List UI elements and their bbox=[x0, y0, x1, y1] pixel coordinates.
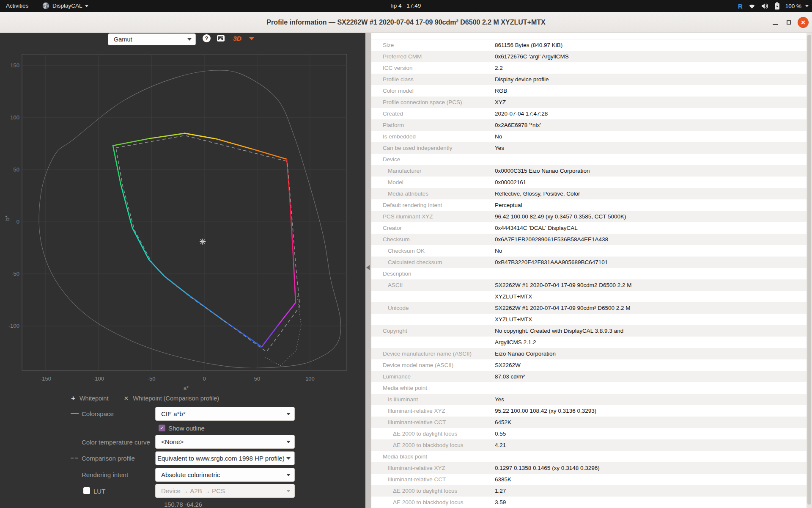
row-value: 0xB47B3220F42F831AAA905689BC647101 bbox=[495, 257, 608, 268]
row-value: 4.21 bbox=[495, 439, 506, 451]
window-title-bar[interactable]: Profile information — SX2262W #1 2020-07… bbox=[0, 12, 812, 33]
table-row[interactable]: ASCIISX2262W #1 2020-07-04 17-09 90cdm2 … bbox=[371, 279, 807, 291]
table-row[interactable]: Preferred CMM0x6172676C 'argl' ArgyllCMS bbox=[371, 51, 807, 62]
activities-button[interactable]: Activities bbox=[6, 0, 28, 12]
table-row[interactable]: Media white point bbox=[371, 382, 807, 394]
table-row[interactable]: Calculated checksum0xB47B3220F42F831AAA9… bbox=[371, 257, 807, 268]
table-row[interactable]: Created2020-07-04 17:47:28 bbox=[371, 108, 807, 119]
row-label: Creator bbox=[383, 222, 402, 234]
row-value: 95.22 100.00 108.42 (xy 0.3136 0.3293) bbox=[495, 405, 596, 417]
table-row[interactable]: UnicodeSX2262W #1 2020-07-04 17-09 90cdm… bbox=[371, 302, 807, 314]
table-row[interactable]: Can be used independentlyYes bbox=[371, 142, 807, 154]
x-tick-label: 100 bbox=[305, 375, 315, 382]
row-value: SX2262W #1 2020-07-04 17-09 90cdm² D6500… bbox=[495, 302, 630, 314]
scrollbar-thumb[interactable] bbox=[807, 35, 811, 505]
clock-button[interactable]: lip 4 17:49 bbox=[391, 0, 421, 12]
x-tick-label: -100 bbox=[93, 375, 104, 382]
x-axis-label: a* bbox=[184, 385, 189, 391]
show-outline-label[interactable]: Show outline bbox=[168, 425, 205, 432]
colorspace-select[interactable]: CIE a*b* bbox=[155, 407, 295, 421]
table-row[interactable]: Creator0x4443414C 'DCAL' DisplayCAL bbox=[371, 222, 807, 234]
system-tray[interactable]: R 100 % bbox=[738, 0, 809, 12]
color-temperature-curve-select[interactable]: <None> bbox=[155, 435, 295, 449]
chevron-down-icon bbox=[286, 441, 291, 443]
table-row[interactable]: Checksum OKNo bbox=[371, 245, 807, 257]
colorspace-value: CIE a*b* bbox=[161, 407, 186, 420]
table-row[interactable]: Is illuminantYes bbox=[371, 394, 807, 405]
table-row[interactable]: PCS illuminant XYZ96.42 100.00 82.49 (xy… bbox=[371, 211, 807, 222]
table-row[interactable]: Illuminant-relative CCT6385K bbox=[371, 474, 807, 485]
row-label: Device manufacturer name (ASCII) bbox=[383, 348, 472, 359]
table-row[interactable]: ΔE 2000 to daylight locus1.27 bbox=[371, 485, 807, 497]
table-row[interactable]: Color modelRGB bbox=[371, 85, 807, 97]
table-row[interactable]: Default rendering intentPerceptual bbox=[371, 199, 807, 211]
row-label: Illuminant-relative CCT bbox=[388, 417, 446, 428]
row-label: Preferred CMM bbox=[383, 51, 422, 62]
tray-chevron-down-icon bbox=[805, 5, 809, 7]
window-title: Profile information — SX2262W #1 2020-07… bbox=[0, 12, 812, 33]
table-row[interactable]: Profile classDisplay device profile bbox=[371, 74, 807, 85]
chevron-down-icon bbox=[286, 474, 291, 476]
splitter-collapse-arrow-icon[interactable] bbox=[366, 265, 370, 270]
panel-splitter[interactable] bbox=[365, 33, 371, 508]
table-row[interactable]: ICC version2.2 bbox=[371, 62, 807, 74]
row-label: Media black point bbox=[383, 451, 427, 462]
table-row[interactable]: Media attributesReflective, Glossy, Posi… bbox=[371, 188, 807, 199]
r-indicator-icon[interactable]: R bbox=[738, 3, 743, 10]
table-row[interactable]: CopyrightNo copyright. Created with Disp… bbox=[371, 325, 807, 337]
table-row[interactable]: ΔE 2000 to daylight locus0.55 bbox=[371, 428, 807, 439]
table-row[interactable]: Platform0x2A6E6978 '*nix' bbox=[371, 119, 807, 131]
row-label: Unicode bbox=[388, 302, 409, 314]
rendering-intent-select[interactable]: Absolute colorimetric bbox=[155, 468, 295, 482]
table-row[interactable]: Illuminant-relative XYZ0.1297 0.1358 0.1… bbox=[371, 462, 807, 474]
comparison-profile-select[interactable]: Equivalent to www.srgb.com 1998 HP profi… bbox=[155, 451, 295, 465]
row-value: 861156 Bytes (840.97 KiB) bbox=[495, 39, 562, 51]
table-row[interactable]: ArgyllCMS 2.1.2 bbox=[371, 337, 807, 348]
row-label: Media white point bbox=[383, 382, 427, 394]
table-row[interactable]: Illuminant-relative XYZ95.22 100.00 108.… bbox=[371, 405, 807, 417]
table-row[interactable]: Device model name (ASCII)SX2262W bbox=[371, 359, 807, 371]
minimize-button[interactable] bbox=[770, 17, 781, 28]
table-row[interactable]: Illuminant-relative CCT6452K bbox=[371, 417, 807, 428]
y-tick-label: 150 bbox=[10, 62, 19, 69]
row-label: Luminance bbox=[383, 371, 411, 382]
show-outline-checkbox[interactable]: ✓ bbox=[159, 425, 165, 431]
row-value: 6385K bbox=[495, 474, 511, 485]
row-label: ΔE 2000 to daylight locus bbox=[393, 428, 457, 439]
whitepoint-marker-icon: + bbox=[71, 394, 75, 403]
table-row[interactable]: ΔE 2000 to blackbody locus3.59 bbox=[371, 497, 807, 508]
gamut-plot[interactable]: -150-100-50050100150100500-50-100a*b* bbox=[0, 33, 365, 393]
row-value: 0x2A6E6978 '*nix' bbox=[495, 119, 541, 131]
whitepoint-legend-label: Whitepoint bbox=[80, 395, 109, 402]
close-button[interactable]: ✕ bbox=[798, 17, 809, 28]
table-row[interactable]: Luminance87.03 cd/m² bbox=[371, 371, 807, 382]
comparison-profile-label: Comparison profile bbox=[82, 455, 135, 462]
comparison-whitepoint-legend-label: Whitepoint (Comparison profile) bbox=[133, 395, 219, 402]
lut-checkbox[interactable] bbox=[83, 487, 90, 494]
table-row[interactable]: Size861156 Bytes (840.97 KiB) bbox=[371, 39, 807, 51]
row-label: Profile connection space (PCS) bbox=[383, 97, 462, 108]
table-row[interactable]: Description bbox=[371, 268, 807, 279]
row-value: 2.2 bbox=[495, 62, 503, 74]
table-row[interactable]: ΔE 2000 to blackbody locus4.21 bbox=[371, 439, 807, 451]
row-value: SX2262W #1 2020-07-04 17-09 90cdm2 D6500… bbox=[495, 279, 631, 291]
app-menu-button[interactable]: DisplayCAL bbox=[52, 0, 88, 12]
vertical-scrollbar[interactable] bbox=[807, 33, 812, 508]
table-row[interactable]: Checksum0x6A7F1EB209289061F536B58A4EE1A4… bbox=[371, 234, 807, 245]
maximize-button[interactable] bbox=[783, 17, 794, 28]
table-row[interactable]: Is embeddedNo bbox=[371, 131, 807, 142]
row-value: 0.55 bbox=[495, 428, 506, 439]
table-row[interactable]: Model0x00002161 bbox=[371, 177, 807, 188]
table-row[interactable]: XYZLUT+MTX bbox=[371, 314, 807, 325]
table-row[interactable]: Media black point bbox=[371, 451, 807, 462]
lut-label[interactable]: LUT bbox=[93, 488, 105, 495]
table-row[interactable]: Manufacturer0x0000C315 Eizo Nanao Corpor… bbox=[371, 165, 807, 177]
row-label: Model bbox=[388, 177, 403, 188]
y-tick-label: 50 bbox=[14, 166, 19, 173]
table-row[interactable]: XYZLUT+MTX bbox=[371, 291, 807, 302]
row-value: 0x0000C315 Eizo Nanao Corporation bbox=[495, 165, 590, 177]
table-row[interactable]: Device manufacturer name (ASCII)Eizo Nan… bbox=[371, 348, 807, 359]
plot-legend: + Whitepoint ✕ Whitepoint (Comparison pr… bbox=[71, 394, 219, 403]
table-row[interactable]: Profile connection space (PCS)XYZ bbox=[371, 97, 807, 108]
table-row[interactable]: Device bbox=[371, 154, 807, 165]
